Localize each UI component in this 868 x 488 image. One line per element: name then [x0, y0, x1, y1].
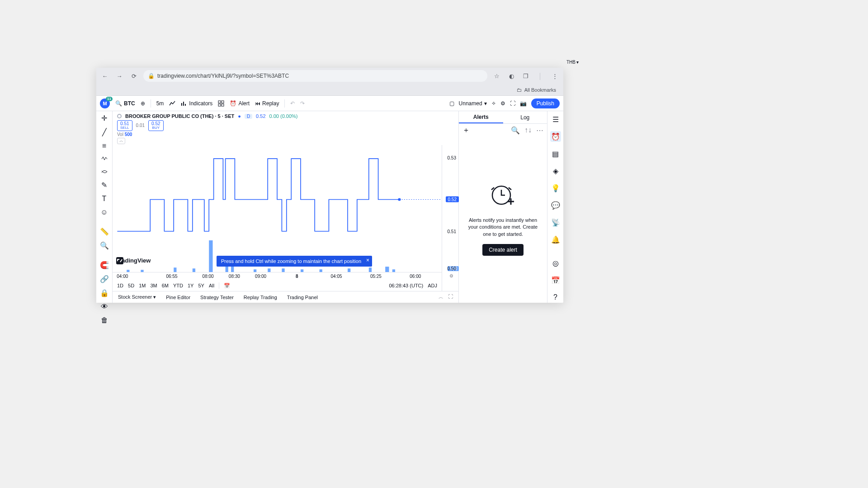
axis-settings-icon[interactable]: ⚙: [449, 273, 453, 278]
svg-rect-18: [348, 268, 350, 272]
alerts-icon[interactable]: ⏰: [550, 131, 561, 142]
buy-button[interactable]: 0.52BUY: [148, 120, 163, 131]
undo-button[interactable]: ↶: [290, 100, 295, 107]
close-icon[interactable]: ×: [366, 257, 369, 263]
menu-icon[interactable]: ⋮: [550, 71, 560, 81]
forward-button[interactable]: →: [114, 71, 124, 81]
maximize-panel-icon[interactable]: ⛶: [448, 294, 453, 300]
volume-legend: Vol 500: [113, 132, 458, 137]
data-window-badge[interactable]: D: [245, 114, 252, 119]
range-all[interactable]: All: [209, 283, 214, 288]
fib-tool[interactable]: ≡: [99, 142, 110, 150]
star-icon[interactable]: ☆: [492, 71, 502, 81]
compare-button[interactable]: ⊕: [141, 100, 145, 107]
clock-label[interactable]: 06:28:43 (UTC): [389, 283, 423, 288]
ruler-tool[interactable]: 📏: [99, 227, 110, 236]
collapse-legend-button[interactable]: ︿: [117, 138, 125, 144]
symbol-title[interactable]: BROOKER GROUP PUBLIC CO (THE) · 5 · SET: [125, 113, 234, 119]
price-chart[interactable]: 0.52 500 0.53 0.51 0.50 TradingView Pres…: [113, 145, 442, 272]
x-axis[interactable]: 04:00 06:55 08:00 08:30 09:00 8 04:05 05…: [113, 272, 442, 280]
settings-button[interactable]: ⚙: [500, 100, 505, 107]
clock-plus-icon: [490, 183, 517, 211]
lock-tool[interactable]: 🔒: [99, 289, 110, 297]
account-badge[interactable]: M: [100, 99, 110, 108]
address-bar[interactable]: 🔒 tradingview.com/chart/YklNLj9l/?symbol…: [143, 70, 487, 82]
tab-stock-screener[interactable]: Stock Screener ▾: [118, 294, 156, 300]
cursor-tool[interactable]: ✛: [99, 114, 110, 122]
range-5d[interactable]: 5D: [128, 283, 134, 288]
sell-button[interactable]: 0.51SELL: [117, 120, 132, 131]
layout-button[interactable]: ▢: [449, 100, 454, 107]
svg-rect-15: [282, 268, 284, 272]
brush-tool[interactable]: ✎: [99, 181, 110, 189]
trendline-tool[interactable]: ╱: [99, 128, 110, 136]
range-ytd[interactable]: YTD: [173, 283, 183, 288]
help-icon[interactable]: ?: [550, 292, 561, 303]
hide-tool[interactable]: 👁: [99, 303, 110, 311]
watchlist-icon[interactable]: ☰: [550, 114, 561, 125]
fullscreen-button[interactable]: ⛶: [510, 100, 515, 107]
range-1m[interactable]: 1M: [139, 283, 146, 288]
goto-date-button[interactable]: 📅: [224, 283, 230, 289]
collapse-panel-icon[interactable]: ︿: [439, 294, 443, 300]
text-tool[interactable]: T: [99, 195, 110, 203]
reload-button[interactable]: ⟳: [129, 71, 139, 81]
replay-label: Replay: [262, 100, 279, 107]
tab-pine-editor[interactable]: Pine Editor: [166, 295, 190, 300]
snapshot-button[interactable]: 📷: [520, 100, 527, 107]
symbol-search[interactable]: 🔍 BTC: [115, 100, 135, 107]
range-1y[interactable]: 1Y: [188, 283, 193, 288]
target-icon[interactable]: ◎: [550, 258, 561, 268]
tab-replay-trading[interactable]: Replay Trading: [244, 295, 277, 300]
shield-icon[interactable]: ◐: [506, 71, 516, 81]
zoom-tool[interactable]: 🔍: [99, 241, 110, 250]
magnet-tool[interactable]: 🧲: [99, 261, 110, 269]
range-5y[interactable]: 5Y: [198, 283, 204, 288]
all-bookmarks-link[interactable]: All Bookmarks: [524, 87, 556, 93]
lock-link-tool[interactable]: 🔗: [99, 275, 110, 283]
more-icon[interactable]: ⋯: [536, 126, 543, 135]
bottom-panel-tabs: Stock Screener ▾ Pine Editor Strategy Te…: [113, 291, 458, 303]
tab-alerts[interactable]: Alerts: [459, 111, 503, 123]
hotlist-icon[interactable]: ▤: [550, 148, 561, 159]
calendar-icon[interactable]: 📅: [550, 275, 561, 286]
tab-strategy-tester[interactable]: Strategy Tester: [200, 295, 234, 300]
prediction-tool[interactable]: [99, 168, 110, 175]
sort-icon[interactable]: ↑↓: [524, 126, 532, 134]
y-axis[interactable]: 0.53 0.51 0.50: [442, 145, 458, 272]
redo-button[interactable]: ↷: [300, 100, 305, 107]
range-3m[interactable]: 3M: [150, 283, 157, 288]
spread: 0.01: [136, 123, 145, 128]
last-price: 0.52: [256, 113, 265, 119]
search-icon[interactable]: 🔍: [511, 126, 520, 135]
layout-selector[interactable]: Unnamed ▾: [459, 100, 487, 107]
back-button[interactable]: ←: [100, 71, 110, 81]
indicators-button[interactable]: Indicators: [181, 100, 212, 107]
tab-log[interactable]: Log: [503, 111, 547, 123]
tab-trading-panel[interactable]: Trading Panel: [287, 295, 318, 300]
interval-selector[interactable]: 5m: [156, 100, 164, 107]
pattern-tool[interactable]: [99, 155, 110, 163]
templates-button[interactable]: [218, 100, 224, 107]
layers-icon[interactable]: ◈: [550, 165, 561, 176]
range-6m[interactable]: 6M: [162, 283, 169, 288]
range-1d[interactable]: 1D: [117, 283, 123, 288]
right-rail: ☰ ⏰ ▤ ◈ 💡 💬 📡 🔔 ◎ 📅 ?: [547, 111, 563, 303]
trash-tool[interactable]: 🗑: [99, 316, 110, 324]
emoji-tool[interactable]: ☺: [99, 208, 110, 216]
adj-toggle[interactable]: ADJ: [428, 283, 437, 288]
publish-button[interactable]: Publish: [531, 99, 560, 108]
add-alert-button[interactable]: ＋: [462, 126, 470, 135]
extensions-icon[interactable]: ❐: [521, 71, 531, 81]
alert-button[interactable]: ⏰ Alert: [230, 100, 250, 107]
search-header-button[interactable]: ✧: [491, 100, 496, 107]
create-alert-button[interactable]: Create alert: [482, 244, 524, 256]
currency-selector[interactable]: THB ▾: [566, 60, 579, 65]
notifications-icon[interactable]: 🔔: [550, 234, 561, 245]
replay-button[interactable]: ⏮ Replay: [255, 100, 279, 107]
chat-icon[interactable]: 💬: [550, 200, 561, 211]
alerts-tabs: Alerts Log: [459, 111, 547, 124]
ideas-icon[interactable]: 💡: [550, 183, 561, 193]
chart-type-button[interactable]: [169, 100, 175, 107]
stream-icon[interactable]: 📡: [550, 217, 561, 228]
